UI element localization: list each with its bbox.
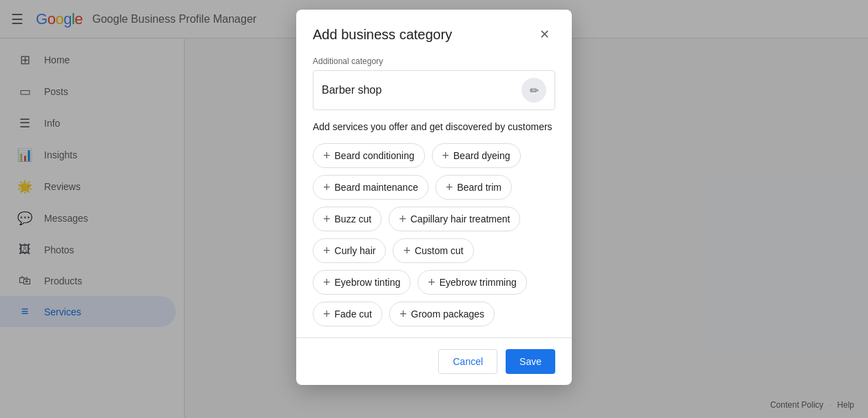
chip-label: Beard maintenance — [335, 182, 418, 193]
chip-plus-icon: + — [323, 308, 331, 320]
add-category-dialog: Add business category ✕ Additional categ… — [296, 10, 572, 385]
chip-plus-icon: + — [403, 244, 411, 257]
category-input[interactable] — [322, 84, 521, 96]
chip-plus-icon: + — [400, 308, 407, 320]
dialog-body: Additional category ✏ Add services you o… — [296, 56, 572, 337]
dialog-header: Add business category ✕ — [296, 10, 572, 56]
edit-icon: ✏ — [530, 84, 539, 97]
chip-plus-icon: + — [323, 276, 331, 289]
category-input-row: ✏ — [313, 70, 555, 110]
chips-container: +Beard conditioning+Beard dyeing+Beard m… — [313, 143, 555, 337]
chip-beard-trim[interactable]: +Beard trim — [435, 175, 512, 200]
save-button[interactable]: Save — [506, 349, 555, 374]
chip-plus-icon: + — [446, 181, 453, 194]
chip-beard-maintenance[interactable]: +Beard maintenance — [313, 175, 428, 200]
chip-label: Beard conditioning — [335, 150, 415, 161]
cancel-button[interactable]: Cancel — [438, 349, 497, 374]
chip-label: Buzz cut — [335, 213, 372, 224]
close-icon: ✕ — [539, 27, 550, 42]
chip-beard-conditioning[interactable]: +Beard conditioning — [313, 143, 425, 168]
chip-label: Eyebrow trimming — [440, 277, 517, 288]
chip-label: Capillary hair treatment — [411, 213, 510, 224]
chip-plus-icon: + — [428, 276, 435, 289]
chip-fade-cut[interactable]: +Fade cut — [313, 302, 382, 326]
chip-plus-icon: + — [323, 244, 331, 257]
chip-label: Custom cut — [415, 245, 464, 256]
chip-custom-cut[interactable]: +Custom cut — [393, 238, 473, 263]
chip-eyebrow-tinting[interactable]: +Eyebrow tinting — [313, 270, 411, 295]
services-hint: Add services you offer and get discovere… — [313, 121, 555, 132]
dialog-footer: Cancel Save — [296, 337, 572, 385]
chip-eyebrow-trimming[interactable]: +Eyebrow trimming — [417, 270, 527, 295]
chip-label: Beard trim — [457, 182, 502, 193]
chip-curly-hair[interactable]: +Curly hair — [313, 238, 386, 263]
chip-buzz-cut[interactable]: +Buzz cut — [313, 207, 382, 231]
chip-plus-icon: + — [442, 149, 450, 162]
chip-label: Fade cut — [335, 309, 372, 320]
field-label: Additional category — [313, 56, 555, 66]
close-dialog-button[interactable]: ✕ — [533, 23, 555, 45]
dialog-title: Add business category — [313, 27, 452, 43]
chip-plus-icon: + — [323, 181, 331, 194]
chip-beard-dyeing[interactable]: +Beard dyeing — [432, 143, 521, 168]
chip-capillary-hair-treatment[interactable]: +Capillary hair treatment — [389, 207, 520, 231]
chip-plus-icon: + — [399, 213, 406, 225]
chip-label: Eyebrow tinting — [335, 277, 401, 288]
chip-plus-icon: + — [323, 213, 331, 225]
chip-label: Beard dyeing — [453, 150, 510, 161]
chip-label: Groom packages — [411, 309, 485, 320]
chip-groom-packages[interactable]: +Groom packages — [389, 302, 495, 326]
chip-label: Curly hair — [335, 245, 376, 256]
edit-category-button[interactable]: ✏ — [521, 78, 546, 103]
chip-plus-icon: + — [323, 149, 331, 162]
